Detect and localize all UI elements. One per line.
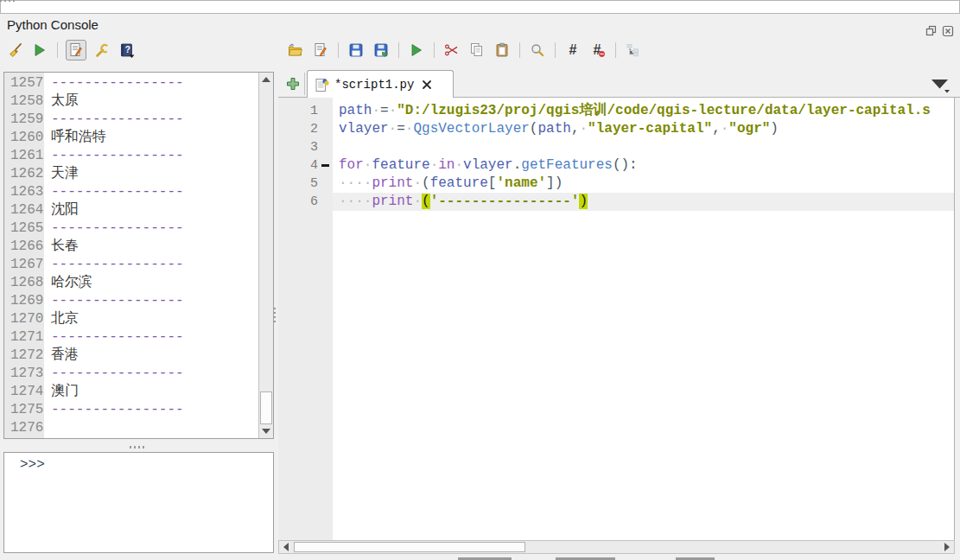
- console-toolbar: ?: [5, 39, 137, 61]
- editor-region: *script1.py 1path·=·"D:/lzugis23/proj/qg…: [278, 65, 960, 554]
- run-command-button[interactable]: [30, 41, 49, 60]
- line-number: 1266: [4, 238, 44, 256]
- fold-margin: [320, 193, 333, 211]
- editor-icon: [68, 42, 84, 58]
- console-line: 1271----------------: [4, 328, 258, 347]
- console-line-text: ----------------: [44, 328, 184, 347]
- show-editor-toggle[interactable]: [66, 40, 86, 60]
- console-line-text: 香港: [44, 347, 79, 365]
- open-in-external-editor-button[interactable]: [311, 41, 330, 60]
- scrollbar-thumb[interactable]: [260, 391, 272, 424]
- float-panel-button[interactable]: [925, 25, 938, 37]
- line-number: 1274: [4, 383, 44, 401]
- output-vertical-scrollbar[interactable]: [258, 73, 273, 438]
- help-button[interactable]: ?: [118, 41, 137, 60]
- line-number: 4: [278, 156, 320, 175]
- console-line: 1269----------------: [4, 292, 258, 310]
- close-tab-icon[interactable]: [421, 79, 433, 91]
- svg-text:#: #: [569, 42, 577, 57]
- console-line-text: ----------------: [44, 74, 184, 92]
- copy-button[interactable]: [467, 41, 486, 60]
- line-number: 1276: [4, 419, 44, 437]
- console-line: 1273----------------: [4, 365, 258, 383]
- editor-code-lines: 1path·=·"D:/lzugis23/proj/qgis培训/code/qg…: [278, 102, 954, 211]
- editor-horizontal-scrollbar[interactable]: [278, 540, 955, 554]
- console-line: 1257----------------: [4, 74, 258, 92]
- editor-toolbar: # #: [286, 39, 643, 61]
- console-line: 1267----------------: [4, 256, 258, 274]
- line-number: 1257: [4, 74, 44, 92]
- console-line-text: ----------------: [44, 256, 184, 274]
- console-line-text: ----------------: [44, 111, 184, 129]
- panel-window-controls: [925, 25, 954, 37]
- console-line-text: ----------------: [44, 365, 184, 383]
- scroll-up-arrow[interactable]: [259, 73, 273, 86]
- python-file-icon: [315, 78, 329, 92]
- scroll-left-arrow[interactable]: [279, 541, 293, 553]
- console-line-text: 哈尔滨: [44, 274, 92, 292]
- tab-list-dropdown[interactable]: [931, 79, 951, 98]
- panel-title: Python Console: [7, 17, 99, 32]
- clear-console-button[interactable]: [5, 41, 24, 60]
- green-plus-icon: [285, 76, 301, 92]
- line-number: 1259: [4, 111, 44, 129]
- hash-red-icon: #: [590, 42, 607, 59]
- save-button[interactable]: [346, 41, 366, 60]
- open-script-button[interactable]: [286, 41, 305, 60]
- console-line-text: ----------------: [44, 292, 184, 310]
- close-panel-button[interactable]: [942, 25, 954, 37]
- console-input-panel[interactable]: >>>: [3, 452, 274, 553]
- code-line: 4for·feature·in·vlayer.getFeatures():: [278, 156, 954, 175]
- console-line: 1261----------------: [4, 147, 258, 165]
- main-window-strip: [0, 0, 960, 14]
- fold-margin: [320, 138, 333, 156]
- console-line: 1258太原: [4, 92, 258, 111]
- dock-splitter-handle-top[interactable]: [0, 0, 16, 2]
- run-script-button[interactable]: [407, 41, 426, 60]
- add-tab-button[interactable]: [285, 76, 301, 92]
- scrollbar-thumb[interactable]: [294, 542, 525, 552]
- console-line-text: 长春: [44, 238, 79, 256]
- code-line-text: path·=·"D:/lzugis23/proj/qgis培训/code/qgi…: [333, 102, 954, 120]
- comment-button[interactable]: #: [563, 41, 582, 60]
- save-as-icon: [373, 42, 390, 59]
- cut-button[interactable]: [442, 41, 461, 60]
- scroll-down-arrow[interactable]: [259, 424, 273, 438]
- line-number: 1261: [4, 147, 44, 165]
- wrench-icon: [94, 42, 111, 59]
- tab-script1[interactable]: *script1.py: [307, 70, 454, 99]
- toolbar-separator: [338, 42, 339, 58]
- console-splitter-handle[interactable]: [130, 446, 147, 449]
- scroll-right-arrow[interactable]: [940, 541, 954, 553]
- console-output-panel[interactable]: 1257----------------1258太原1259----------…: [3, 72, 274, 439]
- code-editor[interactable]: 1path·=·"D:/lzugis23/proj/qgis培训/code/qg…: [278, 98, 955, 540]
- tabbar-separator: [304, 73, 305, 95]
- object-inspector-button[interactable]: [624, 41, 643, 60]
- console-prompt: >>>: [20, 457, 45, 473]
- line-number: 2: [278, 120, 320, 138]
- console-line: 1262天津: [4, 165, 258, 183]
- fold-marker[interactable]: [320, 156, 333, 175]
- uncomment-button[interactable]: #: [588, 41, 607, 60]
- console-line-text: ----------------: [44, 401, 184, 419]
- code-line: 1path·=·"D:/lzugis23/proj/qgis培训/code/qg…: [278, 102, 954, 120]
- copy-icon: [469, 42, 485, 58]
- console-line-text: ----------------: [44, 183, 184, 201]
- dock-splitter-handle-vertical[interactable]: [274, 308, 276, 325]
- svg-text:?: ?: [124, 45, 130, 54]
- scissors-icon: [444, 42, 460, 58]
- console-line-text: 天津: [44, 165, 79, 183]
- options-button[interactable]: [92, 41, 111, 60]
- console-line: 1275----------------: [4, 401, 258, 419]
- magnifier-icon: [530, 42, 545, 58]
- paste-button[interactable]: [493, 41, 512, 60]
- broom-icon: [7, 42, 23, 59]
- line-number: 1273: [4, 365, 44, 383]
- find-text-button[interactable]: [528, 41, 547, 60]
- code-line-text: for·feature·in·vlayer.getFeatures():: [333, 156, 954, 175]
- code-line-text: vlayer·=·QgsVectorLayer(path,·"layer-cap…: [333, 120, 954, 138]
- run-script-icon: [409, 42, 424, 58]
- save-as-button[interactable]: [372, 41, 391, 60]
- line-number: 1264: [4, 201, 44, 220]
- fold-margin: [320, 102, 333, 120]
